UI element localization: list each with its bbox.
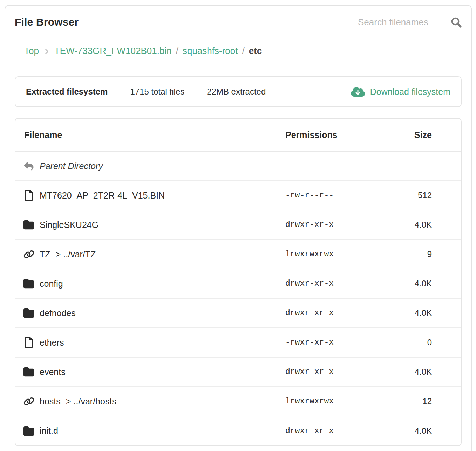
table-row[interactable]: config drwxr-xr-x 4.0K [15,269,461,298]
breadcrumb-separator: / [242,46,244,56]
cloud-download-icon [351,86,365,97]
breadcrumb-item-squashfs-root[interactable]: squashfs-root [183,46,238,56]
table-row[interactable]: defnodes drwxr-xr-x 4.0K [15,298,461,328]
search-input[interactable] [358,17,446,28]
file-permissions: -rw-r--r-- [277,181,363,210]
table-row[interactable]: ethers -rwxr-xr-x 0 [15,328,461,357]
file-permissions: drwxr-xr-x [277,357,363,387]
total-files-stat: 1715 total files [130,87,184,97]
file-permissions: drwxr-xr-x [277,298,363,328]
folder-icon [23,220,34,230]
file-name[interactable]: config [40,279,63,289]
table-row[interactable]: init.d drwxr-xr-x 4.0K [15,416,461,445]
file-name[interactable]: hosts -> ../var/hosts [40,396,116,407]
file-name[interactable]: TZ -> ../var/TZ [40,249,96,259]
download-filesystem-label: Download filesystem [370,87,450,97]
folder-icon [23,367,34,377]
file-size: 4.0K [363,357,461,387]
breadcrumb-item-current: etc [249,46,262,56]
link-icon [23,397,34,406]
breadcrumb-separator: / [176,46,178,56]
table-row[interactable]: TZ -> ../var/TZ lrwxrwxrwx 9 [15,240,461,269]
file-size: 4.0K [363,298,461,328]
page-header: File Browser [15,16,462,28]
breadcrumb-item-top[interactable]: Top [24,46,39,56]
file-permissions: -rwxr-xr-x [277,328,363,357]
parent-directory-row[interactable]: Parent Directory [15,151,461,181]
link-icon [23,250,34,259]
file-table-card: Filename Permissions Size P [15,118,462,446]
chevron-right-icon [43,48,50,55]
table-row[interactable]: SingleSKU24G drwxr-xr-x 4.0K [15,210,461,240]
summary-label: Extracted filesystem [26,87,108,97]
folder-icon [23,278,34,289]
table-row[interactable]: MT7620_AP_2T2R-4L_V15.BIN -rw-r--r-- 512 [15,181,461,210]
file-name[interactable]: init.d [40,426,58,436]
reply-icon [23,161,34,171]
file-size: 9 [363,240,461,269]
search-icon[interactable] [450,16,462,28]
search-box [358,16,462,28]
file-browser-panel: File Browser Top TEW-733GR_FW102B01.bin … [5,5,472,451]
column-header-permissions: Permissions [277,119,363,151]
folder-icon [23,426,34,436]
file-table: Filename Permissions Size P [15,119,461,445]
column-header-filename: Filename [15,119,277,151]
file-name[interactable]: defnodes [40,308,76,318]
column-header-size: Size [363,119,461,151]
download-filesystem-button[interactable]: Download filesystem [351,86,450,97]
file-size: 4.0K [363,269,461,298]
parent-directory-label[interactable]: Parent Directory [40,161,103,171]
table-header-row: Filename Permissions Size [15,119,461,151]
file-size: 0 [363,328,461,357]
file-name[interactable]: ethers [40,338,64,348]
file-permissions: drwxr-xr-x [277,269,363,298]
extracted-filesystem-bar: Extracted filesystem 1715 total files 22… [15,76,462,107]
file-name[interactable]: SingleSKU24G [40,220,98,230]
file-size: 4.0K [363,416,461,445]
file-permissions: lrwxrwxrwx [277,240,363,269]
page-title: File Browser [15,16,79,28]
file-name[interactable]: events [40,367,66,377]
table-row[interactable]: hosts -> ../var/hosts lrwxrwxrwx 12 [15,387,461,416]
file-icon [23,337,34,348]
file-permissions: drwxr-xr-x [277,210,363,240]
file-icon [23,190,34,201]
file-size: 512 [363,181,461,210]
file-size: 12 [363,387,461,416]
file-name[interactable]: MT7620_AP_2T2R-4L_V15.BIN [40,190,165,201]
file-permissions: lrwxrwxrwx [277,387,363,416]
folder-icon [23,308,34,318]
table-row[interactable]: events drwxr-xr-x 4.0K [15,357,461,387]
file-permissions: drwxr-xr-x [277,416,363,445]
breadcrumb-item-firmware[interactable]: TEW-733GR_FW102B01.bin [54,46,172,56]
extracted-size-stat: 22MB extracted [207,87,266,97]
file-size: 4.0K [363,210,461,240]
breadcrumb: Top TEW-733GR_FW102B01.bin / squashfs-ro… [24,46,462,56]
